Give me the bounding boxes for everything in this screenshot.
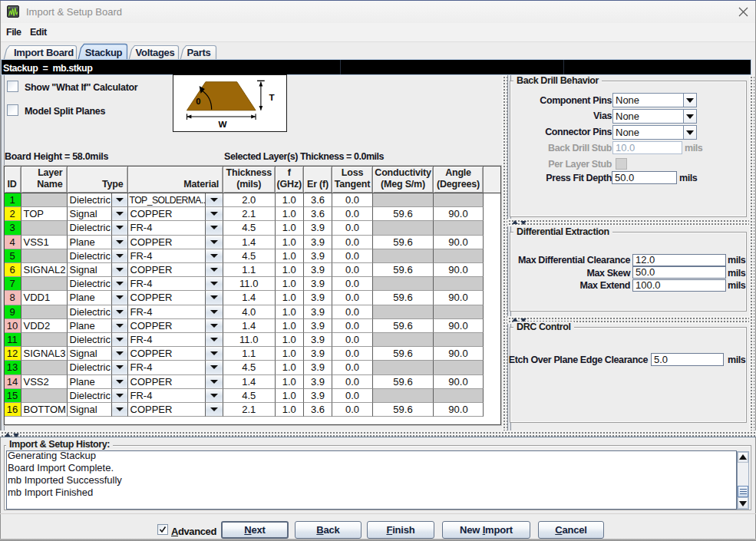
svg-text:Parts: Parts	[187, 47, 210, 58]
svg-text:W: W	[218, 119, 226, 129]
svg-text:Stackup: Stackup	[85, 47, 123, 58]
svg-text:T: T	[269, 92, 275, 102]
svg-text:0: 0	[196, 97, 200, 106]
svg-text:Voltages: Voltages	[136, 47, 175, 58]
svg-text:Import Board: Import Board	[14, 47, 74, 58]
